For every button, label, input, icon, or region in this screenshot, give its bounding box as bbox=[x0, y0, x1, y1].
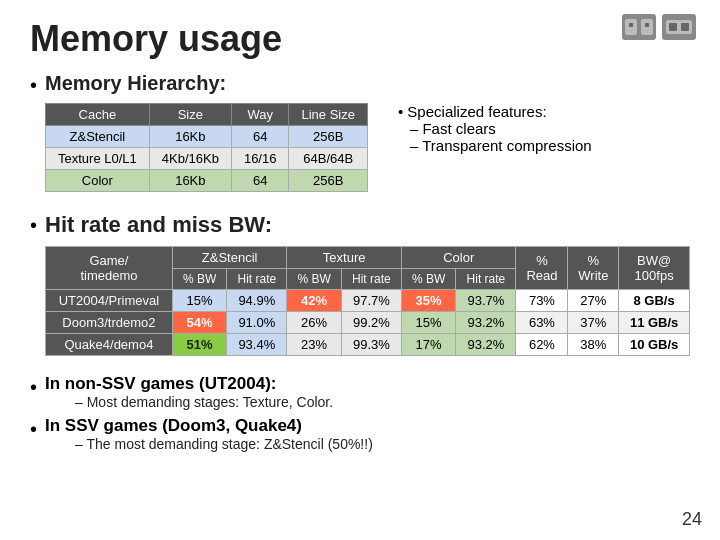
note-1-main: In non-SSV games (UT2004): bbox=[45, 374, 276, 393]
note-2-main: In SSV games (Doom3, Quake4) bbox=[45, 416, 302, 435]
header-row-1: Game/timedemo Z&Stencil Texture Color %R… bbox=[46, 247, 690, 269]
cell-quake-tex-hit: 99.3% bbox=[341, 334, 401, 356]
specialized-heading: • Specialized features: bbox=[398, 103, 592, 120]
cell-tex-size: 4Kb/16Kb bbox=[149, 148, 231, 170]
specialized-features: • Specialized features: Fast clears Tran… bbox=[398, 103, 592, 154]
cell-game-ut: UT2004/Primeval bbox=[46, 290, 173, 312]
logo-area bbox=[622, 14, 696, 40]
cell-tex-way: 16/16 bbox=[231, 148, 289, 170]
page-title: Memory usage bbox=[30, 18, 690, 60]
hierarchy-area: Cache Size Way Line Size Z&Stencil 16Kb … bbox=[45, 103, 592, 192]
col-zs-bw: % BW bbox=[172, 269, 226, 290]
col-tex-hit: Hit rate bbox=[341, 269, 401, 290]
hierarchy-heading: Memory Hierarchy: bbox=[45, 72, 592, 95]
col-game-time: Game/timedemo bbox=[46, 247, 173, 290]
bullet-dot-4: • bbox=[30, 416, 37, 442]
cell-ut-col-bw: 35% bbox=[401, 290, 455, 312]
col-bw: BW@100fps bbox=[619, 247, 690, 290]
bullet-dot-spec: • bbox=[398, 103, 407, 120]
note-1: • In non-SSV games (UT2004): Most demand… bbox=[30, 374, 690, 410]
note-2-sub: The most demanding stage: Z&Stencil (50%… bbox=[45, 436, 373, 452]
bullet-dot-3: • bbox=[30, 374, 37, 400]
hit-rate-section: • Hit rate and miss BW: Game/timedemo Z&… bbox=[30, 212, 690, 368]
cell-zs-name: Z&Stencil bbox=[46, 126, 150, 148]
svg-rect-2 bbox=[629, 23, 633, 27]
svg-rect-6 bbox=[681, 23, 689, 31]
hit-rate-table: Game/timedemo Z&Stencil Texture Color %R… bbox=[45, 246, 690, 356]
cell-zs-line: 256B bbox=[289, 126, 367, 148]
cell-quake-tex-bw: 23% bbox=[287, 334, 341, 356]
cell-game-doom: Doom3/trdemo2 bbox=[46, 312, 173, 334]
hit-rate-heading: Hit rate and miss BW: bbox=[45, 212, 690, 238]
cell-doom-tex-hit: 99.2% bbox=[341, 312, 401, 334]
cell-quake-read: 62% bbox=[516, 334, 568, 356]
bullet-dot-1: • bbox=[30, 72, 37, 98]
hierarchy-table: Cache Size Way Line Size Z&Stencil 16Kb … bbox=[45, 103, 368, 192]
table-row: Z&Stencil 16Kb 64 256B bbox=[46, 126, 368, 148]
page: Memory usage • Memory Hierarchy: Cache S… bbox=[0, 0, 720, 540]
col-col-hit: Hit rate bbox=[456, 269, 516, 290]
cell-ut-zs-bw: 15% bbox=[172, 290, 226, 312]
note-2: • In SSV games (Doom3, Quake4) The most … bbox=[30, 416, 690, 452]
table-row: Doom3/trdemo2 54% 91.0% 26% 99.2% 15% 93… bbox=[46, 312, 690, 334]
cell-ut-tex-hit: 97.7% bbox=[341, 290, 401, 312]
cell-quake-zs-hit: 93.4% bbox=[227, 334, 287, 356]
table-row: UT2004/Primeval 15% 94.9% 42% 97.7% 35% … bbox=[46, 290, 690, 312]
specialized-list: Fast clears Transparent compression bbox=[398, 120, 592, 154]
cell-zs-way: 64 bbox=[231, 126, 289, 148]
cell-ut-bw: 8 GB/s bbox=[619, 290, 690, 312]
cell-tex-line: 64B/64B bbox=[289, 148, 367, 170]
cell-quake-col-hit: 93.2% bbox=[456, 334, 516, 356]
note-1-sub: Most demanding stages: Texture, Color. bbox=[45, 394, 333, 410]
col-zs-hit: Hit rate bbox=[227, 269, 287, 290]
cell-doom-read: 63% bbox=[516, 312, 568, 334]
logo-icon-2 bbox=[662, 14, 696, 40]
col-group-col: Color bbox=[401, 247, 516, 269]
table-row: Color 16Kb 64 256B bbox=[46, 170, 368, 192]
col-col-bw: % BW bbox=[401, 269, 455, 290]
cell-doom-zs-hit: 91.0% bbox=[227, 312, 287, 334]
cell-col-name: Color bbox=[46, 170, 150, 192]
col-pct-read: %Read bbox=[516, 247, 568, 290]
col-group-tex: Texture bbox=[287, 247, 402, 269]
col-size: Size bbox=[149, 104, 231, 126]
col-cache: Cache bbox=[46, 104, 150, 126]
hierarchy-section: • Memory Hierarchy: Cache Size Way Line … bbox=[30, 72, 690, 206]
cell-doom-col-bw: 15% bbox=[401, 312, 455, 334]
col-group-zs: Z&Stencil bbox=[172, 247, 287, 269]
cell-col-line: 256B bbox=[289, 170, 367, 192]
cell-quake-col-bw: 17% bbox=[401, 334, 455, 356]
page-number: 24 bbox=[682, 509, 702, 530]
cell-zs-size: 16Kb bbox=[149, 126, 231, 148]
col-way: Way bbox=[231, 104, 289, 126]
cell-ut-read: 73% bbox=[516, 290, 568, 312]
list-item: Fast clears bbox=[410, 120, 592, 137]
list-item: Transparent compression bbox=[410, 137, 592, 154]
cell-ut-col-hit: 93.7% bbox=[456, 290, 516, 312]
cell-ut-tex-bw: 42% bbox=[287, 290, 341, 312]
table-row: Texture L0/L1 4Kb/16Kb 16/16 64B/64B bbox=[46, 148, 368, 170]
cell-quake-write: 38% bbox=[568, 334, 619, 356]
cell-doom-write: 37% bbox=[568, 312, 619, 334]
cell-ut-zs-hit: 94.9% bbox=[227, 290, 287, 312]
cell-doom-zs-bw: 54% bbox=[172, 312, 226, 334]
logo-icon-1 bbox=[622, 14, 656, 40]
col-pct-write: %Write bbox=[568, 247, 619, 290]
cell-quake-bw: 10 GB/s bbox=[619, 334, 690, 356]
col-tex-bw: % BW bbox=[287, 269, 341, 290]
cell-doom-tex-bw: 26% bbox=[287, 312, 341, 334]
cell-doom-col-hit: 93.2% bbox=[456, 312, 516, 334]
cell-tex-name: Texture L0/L1 bbox=[46, 148, 150, 170]
cell-game-quake: Quake4/demo4 bbox=[46, 334, 173, 356]
table-row: Quake4/demo4 51% 93.4% 23% 99.3% 17% 93.… bbox=[46, 334, 690, 356]
svg-rect-5 bbox=[669, 23, 677, 31]
svg-rect-3 bbox=[645, 23, 649, 27]
cell-quake-zs-bw: 51% bbox=[172, 334, 226, 356]
notes-section: • In non-SSV games (UT2004): Most demand… bbox=[30, 374, 690, 452]
bullet-dot-2: • bbox=[30, 212, 37, 238]
cell-doom-bw: 11 GB/s bbox=[619, 312, 690, 334]
cell-col-way: 64 bbox=[231, 170, 289, 192]
cell-ut-write: 27% bbox=[568, 290, 619, 312]
cell-col-size: 16Kb bbox=[149, 170, 231, 192]
specialized-heading-text: Specialized features: bbox=[407, 103, 546, 120]
